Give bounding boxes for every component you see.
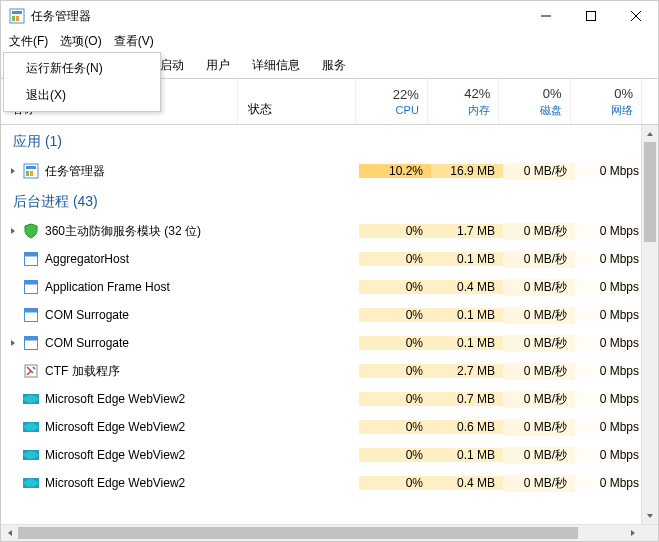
process-name: Microsoft Edge WebView2 bbox=[45, 448, 185, 462]
process-name: Microsoft Edge WebView2 bbox=[45, 476, 185, 490]
process-cpu: 10.2% bbox=[359, 164, 431, 178]
svg-rect-5 bbox=[586, 12, 595, 21]
scroll-track[interactable] bbox=[642, 142, 658, 507]
column-extra[interactable] bbox=[641, 79, 658, 124]
process-name-cell: 任务管理器 bbox=[1, 163, 239, 180]
process-cpu: 0% bbox=[359, 364, 431, 378]
column-memory[interactable]: 42% 内存 bbox=[427, 79, 498, 124]
svg-rect-1 bbox=[12, 11, 22, 14]
column-status[interactable]: 状态 bbox=[237, 79, 356, 124]
process-disk: 0 MB/秒 bbox=[503, 335, 575, 352]
process-disk: 0 MB/秒 bbox=[503, 419, 575, 436]
scroll-thumb[interactable] bbox=[644, 142, 656, 242]
app-icon bbox=[9, 8, 25, 24]
process-disk: 0 MB/秒 bbox=[503, 251, 575, 268]
process-disk: 0 MB/秒 bbox=[503, 447, 575, 464]
process-name-cell: Microsoft Edge WebView2 bbox=[1, 447, 239, 463]
window-title: 任务管理器 bbox=[31, 8, 91, 25]
process-row[interactable]: Microsoft Edge WebView20%0.7 MB0 MB/秒0 M… bbox=[1, 385, 658, 413]
process-memory: 0.4 MB bbox=[431, 280, 503, 294]
process-row[interactable]: COM Surrogate0%0.1 MB0 MB/秒0 Mbps bbox=[1, 329, 658, 357]
process-network: 0 Mbps bbox=[575, 364, 647, 378]
process-name-cell: Application Frame Host bbox=[1, 279, 239, 295]
tab-services[interactable]: 服务 bbox=[311, 51, 357, 78]
process-row[interactable]: AggregatorHost0%0.1 MB0 MB/秒0 Mbps bbox=[1, 245, 658, 273]
vertical-scrollbar[interactable] bbox=[641, 125, 658, 524]
menu-options[interactable]: 选项(O) bbox=[54, 31, 107, 52]
process-row[interactable]: Application Frame Host0%0.4 MB0 MB/秒0 Mb… bbox=[1, 273, 658, 301]
process-network: 0 Mbps bbox=[575, 476, 647, 490]
svg-rect-10 bbox=[26, 166, 36, 169]
process-memory: 0.1 MB bbox=[431, 336, 503, 350]
process-disk: 0 MB/秒 bbox=[503, 307, 575, 324]
process-name: 任务管理器 bbox=[45, 163, 105, 180]
column-disk[interactable]: 0% 磁盘 bbox=[498, 79, 569, 124]
app-generic-icon bbox=[23, 335, 39, 351]
process-name: AggregatorHost bbox=[45, 252, 129, 266]
hscroll-thumb[interactable] bbox=[18, 527, 578, 539]
process-row[interactable]: COM Surrogate0%0.1 MB0 MB/秒0 Mbps bbox=[1, 301, 658, 329]
disk-usage: 0% bbox=[543, 86, 562, 101]
process-memory: 0.1 MB bbox=[431, 252, 503, 266]
column-network[interactable]: 0% 网络 bbox=[570, 79, 641, 124]
process-row[interactable]: 360主动防御服务模块 (32 位)0%1.7 MB0 MB/秒0 Mbps bbox=[1, 217, 658, 245]
app-generic-icon bbox=[23, 307, 39, 323]
process-name-cell: COM Surrogate bbox=[1, 307, 239, 323]
process-name: COM Surrogate bbox=[45, 336, 129, 350]
group-apps[interactable]: 应用 (1) bbox=[1, 125, 658, 157]
process-row[interactable]: 任务管理器10.2%16.9 MB0 MB/秒0 Mbps bbox=[1, 157, 658, 185]
process-name: Application Frame Host bbox=[45, 280, 170, 294]
process-memory: 0.7 MB bbox=[431, 392, 503, 406]
process-network: 0 Mbps bbox=[575, 224, 647, 238]
menu-file[interactable]: 文件(F) bbox=[3, 31, 54, 52]
scroll-up-button[interactable] bbox=[642, 125, 658, 142]
maximize-button[interactable] bbox=[568, 1, 613, 31]
svg-rect-19 bbox=[25, 281, 38, 285]
hscroll-track[interactable] bbox=[18, 525, 624, 541]
process-memory: 2.7 MB bbox=[431, 364, 503, 378]
tab-users[interactable]: 用户 bbox=[195, 51, 241, 78]
menu-run-new-task[interactable]: 运行新任务(N) bbox=[6, 55, 158, 82]
titlebar: 任务管理器 bbox=[1, 1, 658, 31]
svg-rect-16 bbox=[25, 253, 38, 257]
process-row[interactable]: Microsoft Edge WebView20%0.4 MB0 MB/秒0 M… bbox=[1, 469, 658, 497]
horizontal-scrollbar[interactable] bbox=[1, 524, 658, 541]
process-name-cell: CTF 加载程序 bbox=[1, 363, 239, 380]
process-memory: 0.1 MB bbox=[431, 308, 503, 322]
process-name-cell: Microsoft Edge WebView2 bbox=[1, 475, 239, 491]
scroll-left-button[interactable] bbox=[1, 525, 18, 541]
process-row[interactable]: Microsoft Edge WebView20%0.1 MB0 MB/秒0 M… bbox=[1, 441, 658, 469]
scroll-down-button[interactable] bbox=[642, 507, 658, 524]
svg-marker-23 bbox=[11, 340, 15, 346]
scroll-right-button[interactable] bbox=[624, 525, 641, 541]
process-name: Microsoft Edge WebView2 bbox=[45, 392, 185, 406]
svg-marker-39 bbox=[631, 530, 635, 536]
process-row[interactable]: Microsoft Edge WebView20%0.6 MB0 MB/秒0 M… bbox=[1, 413, 658, 441]
minimize-button[interactable] bbox=[523, 1, 568, 31]
table-body: 应用 (1) 任务管理器10.2%16.9 MB0 MB/秒0 Mbps 后台进… bbox=[1, 125, 658, 524]
svg-rect-12 bbox=[30, 171, 33, 176]
process-network: 0 Mbps bbox=[575, 280, 647, 294]
shield-green-icon bbox=[23, 223, 39, 239]
expander-icon[interactable] bbox=[7, 225, 19, 237]
process-name-cell: Microsoft Edge WebView2 bbox=[1, 391, 239, 407]
process-cpu: 0% bbox=[359, 252, 431, 266]
process-network: 0 Mbps bbox=[575, 336, 647, 350]
svg-marker-37 bbox=[647, 514, 653, 518]
svg-rect-2 bbox=[12, 16, 15, 21]
ctf-icon bbox=[23, 363, 39, 379]
close-button[interactable] bbox=[613, 1, 658, 31]
edge-icon bbox=[23, 447, 39, 463]
process-disk: 0 MB/秒 bbox=[503, 223, 575, 240]
menu-view[interactable]: 查看(V) bbox=[108, 31, 160, 52]
menu-exit[interactable]: 退出(X) bbox=[6, 82, 158, 109]
expander-icon[interactable] bbox=[7, 165, 19, 177]
edge-icon bbox=[23, 391, 39, 407]
expander-icon[interactable] bbox=[7, 337, 19, 349]
svg-marker-38 bbox=[8, 530, 12, 536]
column-cpu[interactable]: 22% CPU bbox=[355, 79, 426, 124]
process-row[interactable]: CTF 加载程序0%2.7 MB0 MB/秒0 Mbps bbox=[1, 357, 658, 385]
process-cpu: 0% bbox=[359, 392, 431, 406]
tab-details[interactable]: 详细信息 bbox=[241, 51, 311, 78]
group-background[interactable]: 后台进程 (43) bbox=[1, 185, 658, 217]
